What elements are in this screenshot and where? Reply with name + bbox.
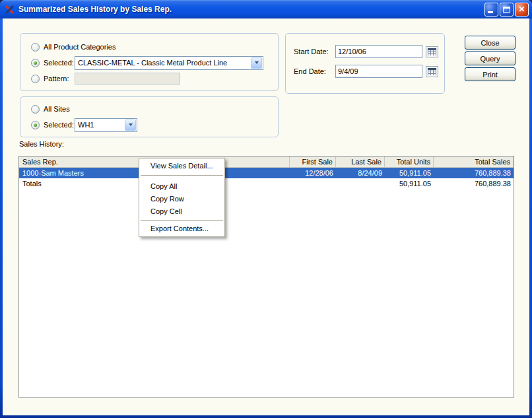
menu-separator: [141, 175, 223, 176]
end-date-input[interactable]: [335, 65, 422, 78]
minimize-icon: [488, 11, 493, 13]
menu-item-copy-cell[interactable]: Copy Cell: [139, 205, 224, 218]
site-selected-label: Selected:: [44, 121, 75, 129]
print-button[interactable]: Print: [465, 67, 515, 81]
dialog-window: Summarized Sales History by Sales Rep. ✕…: [0, 0, 532, 418]
column-header-first-sale[interactable]: First Sale: [290, 157, 336, 167]
product-categories-group: All Product Categories Selected: CLASSIC…: [20, 33, 279, 91]
cell-first-sale: [290, 178, 336, 189]
site-selected-radio[interactable]: [31, 121, 40, 129]
cell-total-sales: 760,889.38: [434, 178, 514, 189]
maximize-button[interactable]: [500, 3, 514, 17]
site-combobox[interactable]: WH1: [75, 118, 137, 132]
close-button[interactable]: Close: [465, 36, 515, 50]
cell-first-sale: 12/28/06: [290, 168, 336, 178]
maximize-icon: [503, 7, 510, 13]
table-row-totals[interactable]: Totals 50,911.05 760,889.38: [19, 178, 514, 189]
column-header-total-units[interactable]: Total Units: [385, 157, 434, 167]
cell-last-sale: 8/24/09: [336, 168, 385, 178]
end-date-calendar-icon[interactable]: [426, 66, 438, 77]
product-combo-dropdown-button[interactable]: [251, 57, 262, 69]
dialog-content: All Product Categories Selected: CLASSIC…: [3, 18, 529, 415]
table-header: Sales Rep. First Sale Last Sale Total Un…: [19, 157, 514, 168]
app-icon: [5, 4, 15, 15]
sales-history-table: Sales Rep. First Sale Last Sale Total Un…: [18, 156, 514, 398]
product-pattern-label: Pattern:: [44, 75, 75, 83]
minimize-button[interactable]: [484, 3, 498, 17]
menu-item-copy-row[interactable]: Copy Row: [139, 193, 224, 205]
menu-item-copy-all[interactable]: Copy All: [139, 180, 224, 193]
window-controls: ✕: [484, 3, 529, 17]
query-button[interactable]: Query: [465, 52, 515, 65]
column-header-total-sales[interactable]: Total Sales: [434, 157, 514, 167]
start-date-input[interactable]: [335, 45, 422, 58]
all-sites-label: All Sites: [44, 105, 70, 113]
cell-total-units: 50,911.05: [385, 168, 434, 178]
cell-last-sale: [336, 178, 385, 189]
sites-group: All Sites Selected: WH1: [20, 96, 279, 137]
date-range-group: Start Date: End Date:: [285, 33, 445, 94]
product-pattern-radio[interactable]: [31, 75, 40, 83]
column-header-last-sale[interactable]: Last Sale: [336, 157, 385, 167]
titlebar[interactable]: Summarized Sales History by Sales Rep. ✕: [0, 0, 532, 18]
product-category-value: CLASSIC-METAL - Classic Metal Product Li…: [78, 59, 227, 67]
menu-item-view-sales-detail[interactable]: View Sales Detail...: [139, 160, 224, 172]
window-close-button[interactable]: ✕: [515, 3, 529, 17]
menu-separator: [141, 220, 223, 221]
start-date-label: Start Date:: [294, 48, 335, 55]
product-category-combobox[interactable]: CLASSIC-METAL - Classic Metal Product Li…: [75, 56, 263, 70]
context-menu: View Sales Detail... Copy All Copy Row C…: [139, 158, 225, 237]
menu-item-export-contents[interactable]: Export Contents...: [139, 223, 224, 235]
all-product-categories-radio[interactable]: [31, 43, 40, 52]
pattern-input: [75, 73, 180, 85]
cell-total-sales: 760,889.38: [434, 168, 514, 178]
product-selected-label: Selected:: [44, 59, 75, 67]
start-date-calendar-icon[interactable]: [426, 46, 438, 57]
chevron-down-icon: [255, 61, 259, 64]
chevron-down-icon: [129, 123, 133, 126]
close-icon: ✕: [515, 3, 528, 16]
product-selected-radio[interactable]: [31, 59, 40, 67]
site-combo-dropdown-button[interactable]: [125, 120, 136, 131]
table-row[interactable]: 1000-Sam Masters 12/28/06 8/24/09 50,911…: [19, 168, 514, 178]
sales-history-label: Sales History:: [19, 140, 64, 148]
all-sites-radio[interactable]: [31, 105, 40, 114]
window-title: Summarized Sales History by Sales Rep.: [18, 5, 484, 14]
end-date-label: End Date:: [294, 67, 335, 75]
cell-total-units: 50,911.05: [385, 178, 434, 189]
action-buttons: Close Query Print: [465, 36, 515, 81]
all-product-categories-label: All Product Categories: [44, 43, 116, 51]
site-value: WH1: [78, 121, 94, 129]
